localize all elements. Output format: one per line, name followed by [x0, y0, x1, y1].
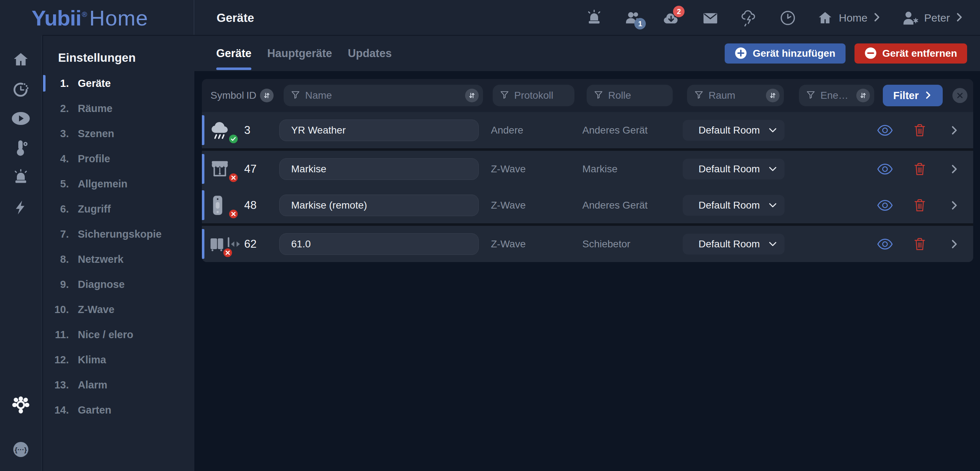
open-device-button[interactable]: [947, 236, 963, 252]
home-selector[interactable]: Home: [816, 10, 882, 27]
sidebar-item-szenen[interactable]: 3.Szenen: [43, 121, 194, 146]
device-row-48: 48Z-WaveAnderes GerätDefault Room: [202, 187, 973, 223]
filter-button[interactable]: Filter: [883, 85, 943, 106]
sidebar-item-number: 11.: [43, 329, 69, 341]
sidebar-item-label: Garten: [78, 404, 111, 416]
room-select[interactable]: Default Room: [683, 159, 784, 179]
room-select[interactable]: Default Room: [683, 195, 784, 216]
sidebar-item-zugriff[interactable]: 6.Zugriff: [43, 196, 194, 222]
device-role: Markise: [582, 163, 683, 175]
funnel-icon: [594, 90, 603, 101]
tab-ger-te[interactable]: Geräte: [216, 36, 251, 71]
icon-rail: {···}: [0, 36, 42, 471]
sort-by-id-button[interactable]: [260, 89, 274, 102]
funnel-icon: [806, 90, 815, 101]
sidebar-item-nice-elero[interactable]: 11.Nice / elero: [43, 322, 194, 347]
open-device-button[interactable]: [947, 161, 963, 177]
sort-by-room-button[interactable]: [766, 89, 780, 102]
sidebar-item-number: 4.: [43, 153, 69, 165]
visibility-toggle-button[interactable]: [877, 198, 893, 213]
device-name-input[interactable]: [279, 158, 479, 180]
open-device-button[interactable]: [947, 123, 963, 138]
device-gate-icon: [210, 231, 244, 257]
devices-table: Symbol ID Name Protokoll Rolle: [202, 79, 973, 262]
sidebar-item-alarm[interactable]: 13.Alarm: [43, 372, 194, 398]
clear-filters-button[interactable]: [952, 88, 967, 103]
sidebar-item-label: Profile: [78, 153, 110, 165]
status-error-badge: [228, 172, 239, 184]
tabs: GeräteHauptgeräteUpdates: [216, 36, 407, 71]
users-icon[interactable]: 1: [624, 10, 641, 27]
rail-lightning-icon[interactable]: [11, 198, 30, 217]
open-device-button[interactable]: [947, 198, 963, 213]
sidebar-item-sicherungskopie[interactable]: 7.Sicherungskopie: [43, 222, 194, 247]
rail-clock-history-icon[interactable]: [11, 80, 30, 99]
filter-energy-pill[interactable]: Energie…: [799, 85, 874, 106]
delete-device-button[interactable]: [912, 161, 928, 177]
sidebar-item-ger-te[interactable]: 1.Geräte: [43, 71, 194, 96]
tab-updates[interactable]: Updates: [348, 36, 391, 71]
protocol-column-label: Protokoll: [514, 90, 553, 101]
delete-device-button[interactable]: [912, 198, 928, 213]
filter-button-label: Filter: [893, 90, 919, 102]
sidebar-item-z-wave[interactable]: 10.Z-Wave: [43, 297, 194, 322]
visibility-toggle-button[interactable]: [877, 161, 893, 177]
device-protocol: Z-Wave: [491, 163, 582, 175]
mail-icon[interactable]: [702, 10, 719, 27]
device-protocol: Andere: [491, 125, 582, 136]
sidebar-item-profile[interactable]: 4.Profile: [43, 146, 194, 171]
minus-circle-icon: [864, 47, 877, 60]
filter-role-pill[interactable]: Rolle: [587, 85, 673, 106]
sidebar-item-number: 2.: [43, 103, 69, 115]
device-name-input[interactable]: [279, 195, 479, 216]
room-select[interactable]: Default Room: [683, 234, 784, 254]
logo-area: Yubii®Home: [0, 0, 194, 36]
row-actions: [877, 198, 963, 213]
storm-icon[interactable]: [740, 10, 758, 27]
sidebar-item-diagnose[interactable]: 9.Diagnose: [43, 272, 194, 297]
device-name-input[interactable]: [279, 120, 479, 141]
user-selector[interactable]: Peter: [902, 10, 964, 27]
sidebar-item-number: 6.: [43, 203, 69, 215]
filter-protocol-pill[interactable]: Protokoll: [493, 85, 574, 106]
remove-device-button[interactable]: Gerät entfernen: [854, 43, 967, 64]
delete-device-button[interactable]: [912, 123, 928, 138]
delete-device-button[interactable]: [912, 236, 928, 252]
sidebar-item-netzwerk[interactable]: 8.Netzwerk: [43, 247, 194, 272]
sidebar-item-r-ume[interactable]: 2.Räume: [43, 96, 194, 121]
sort-by-name-button[interactable]: [465, 89, 479, 102]
clock-icon[interactable]: [779, 10, 796, 27]
filter-room-pill[interactable]: Raum: [687, 85, 784, 106]
filter-name-pill[interactable]: Name: [284, 85, 483, 106]
sort-by-energy-button[interactable]: [856, 89, 870, 102]
symbol-column-label: Symbol: [210, 90, 247, 101]
rail-gear-icon[interactable]: [11, 396, 30, 414]
svg-text:{···}: {···}: [15, 446, 27, 453]
room-select-value: Default Room: [698, 163, 760, 175]
rail-thermometer-icon[interactable]: [11, 139, 30, 157]
cloud-download-icon[interactable]: 2: [663, 10, 680, 27]
room-select[interactable]: Default Room: [683, 120, 784, 141]
settings-menu: Einstellungen 1.Geräte2.Räume3.Szenen4.P…: [43, 36, 194, 471]
add-device-button[interactable]: Gerät hinzufügen: [725, 43, 845, 64]
status-error-badge: [228, 208, 239, 220]
device-name-input[interactable]: [279, 233, 479, 255]
siren-icon[interactable]: [585, 10, 603, 27]
device-awning-icon: [210, 156, 244, 182]
sidebar-item-garten[interactable]: 14.Garten: [43, 398, 194, 423]
tab-hauptger-te[interactable]: Hauptgeräte: [267, 36, 332, 71]
sidebar-item-allgemein[interactable]: 5.Allgemein: [43, 171, 194, 196]
sidebar-item-number: 5.: [43, 178, 69, 190]
sidebar-item-klima[interactable]: 12.Klima: [43, 347, 194, 372]
rail-siren-icon[interactable]: [11, 168, 30, 187]
device-role: Anderes Gerät: [582, 200, 683, 211]
top-bar-icons: 12: [585, 10, 796, 27]
sidebar-item-label: Klima: [78, 354, 106, 366]
sidebar-item-number: 7.: [43, 228, 69, 240]
rail-api-icon[interactable]: {···}: [11, 440, 30, 459]
rail-play-icon[interactable]: [11, 109, 30, 128]
visibility-toggle-button[interactable]: [877, 123, 893, 138]
visibility-toggle-button[interactable]: [877, 236, 893, 252]
rail-home-icon[interactable]: [11, 50, 30, 69]
device-id: 47: [244, 163, 274, 176]
